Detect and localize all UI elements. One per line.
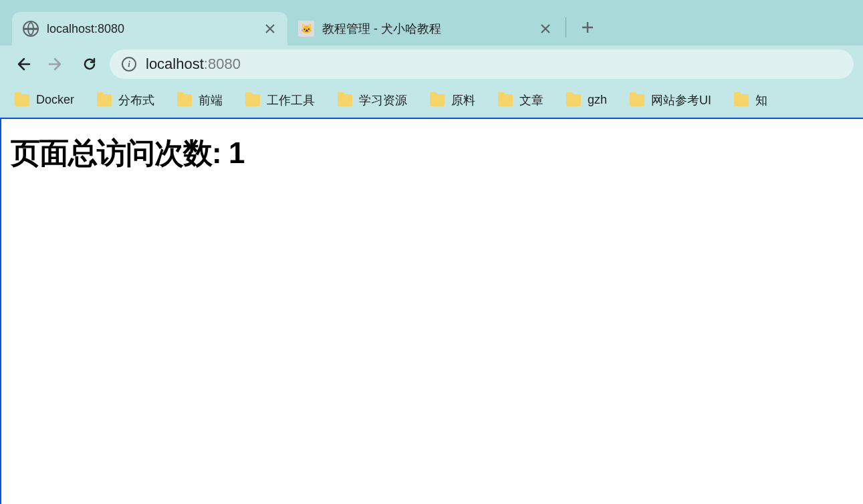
bookmark-article[interactable]: 文章 [498,92,543,108]
bookmark-label: 学习资源 [359,92,407,108]
folder-icon [15,94,29,106]
bookmark-label: 前端 [199,92,223,108]
folder-icon [498,94,513,106]
globe-icon [23,21,39,37]
folder-icon [734,94,749,106]
bookmark-label: 原料 [451,92,475,108]
folder-icon [630,94,644,106]
address-bar[interactable]: i localhost:8080 [110,49,854,79]
url-text: localhost:8080 [146,55,241,73]
page-heading: 页面总访问次数: 1 [11,134,854,173]
tab-title: 教程管理 - 犬小哈教程 [322,21,533,37]
bookmarks-bar: Docker 分布式 前端 工作工具 学习资源 原料 文章 gzh 网站参考UI… [0,83,863,118]
tab-separator [566,17,566,37]
bookmark-frontend[interactable]: 前端 [177,92,223,108]
toolbar: i localhost:8080 [0,45,863,83]
close-icon[interactable] [263,22,277,35]
bookmark-learning[interactable]: 学习资源 [338,92,407,108]
tab-strip: localhost:8080 🐱 教程管理 - 犬小哈教程 [0,0,863,45]
tab-title: localhost:8080 [47,22,258,36]
bookmark-label: gzh [588,93,607,107]
bookmark-label: Docker [36,93,74,107]
bookmark-distributed[interactable]: 分布式 [97,92,154,108]
site-info-icon[interactable]: i [122,57,136,72]
tab-active[interactable]: localhost:8080 [12,12,287,45]
bookmark-worktools[interactable]: 工作工具 [245,92,315,108]
bookmark-uiref[interactable]: 网站参考UI [630,92,711,108]
back-button[interactable] [9,51,36,78]
folder-icon [245,94,260,106]
bookmark-label: 知 [755,92,767,108]
forward-button[interactable] [43,51,70,78]
reload-button[interactable] [76,51,103,78]
bookmark-gzh[interactable]: gzh [566,93,607,107]
bookmark-label: 文章 [519,92,543,108]
bookmark-label: 工作工具 [267,92,315,108]
page-content: 页面总访问次数: 1 [0,118,863,504]
bookmark-docker[interactable]: Docker [15,93,74,107]
folder-icon [97,94,112,106]
folder-icon [338,94,352,106]
bookmark-label: 分布式 [118,92,154,108]
bookmark-label: 网站参考UI [651,92,711,108]
folder-icon [177,94,192,106]
folder-icon [430,94,445,106]
bookmark-material[interactable]: 原料 [430,92,475,108]
tab-inactive[interactable]: 🐱 教程管理 - 犬小哈教程 [287,12,563,45]
bookmark-zhi[interactable]: 知 [734,92,767,108]
new-tab-button[interactable] [574,14,601,41]
url-host: localhost [146,55,204,72]
folder-icon [566,94,581,106]
favicon-icon: 🐱 [298,21,314,37]
close-icon[interactable] [539,22,552,35]
url-port: :8080 [204,55,241,72]
